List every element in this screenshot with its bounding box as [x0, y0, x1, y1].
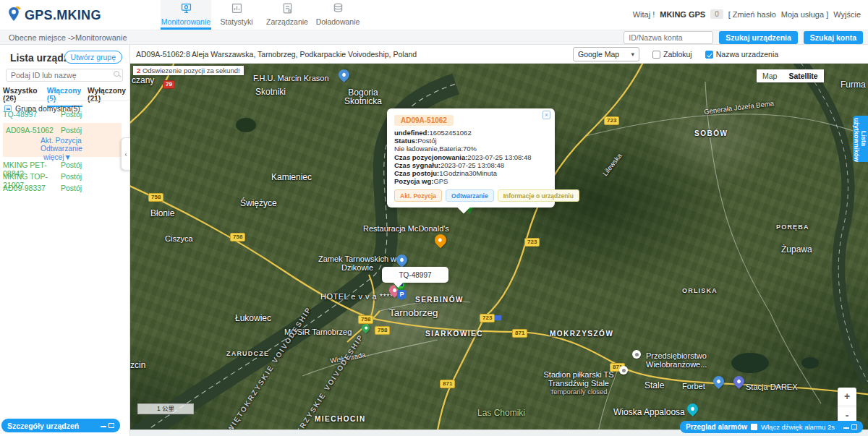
- device-row[interactable]: TQ-48997 Postój: [3, 110, 123, 119]
- map-label: Wioska Appaloosa: [613, 407, 685, 417]
- alarm-overview-bar[interactable]: Przeglad alarmów Włącz dźwięk alarmu 2s: [680, 421, 863, 433]
- road-badge: 871: [512, 329, 527, 338]
- welcome-text: Witaj !: [633, 10, 655, 19]
- logo[interactable]: GPS.MKING: [7, 5, 101, 25]
- account-search-input[interactable]: [624, 31, 713, 44]
- device-status: Postój: [61, 184, 82, 192]
- alarm-sound-checkbox[interactable]: [751, 424, 757, 430]
- tab-label: Doładowanie: [316, 17, 360, 26]
- device-info-popup: AD09A-51062 undefined:16052451062 Status…: [387, 108, 555, 208]
- device-details-bar[interactable]: Szczegóły urządzeń: [1, 419, 120, 432]
- restore-icon[interactable]: [851, 424, 857, 429]
- window-icons: [101, 423, 114, 428]
- device-name[interactable]: TQ-48997: [3, 110, 61, 119]
- map-label: Kamieniec: [271, 172, 312, 182]
- device-info-button[interactable]: Informacje o urządzeniu: [498, 189, 579, 202]
- map-label-company: Przedsiębiorstwo Wielobranżowe...: [646, 351, 707, 369]
- restore-icon[interactable]: [109, 423, 114, 428]
- change-password-link[interactable]: [ Zmień hasło: [728, 10, 776, 19]
- minimize-icon[interactable]: [101, 423, 106, 427]
- map-scale: 1 公里: [137, 403, 194, 414]
- device-sidebar: Lista urządzeń Utwórz grupę Wszystko (26…: [0, 45, 130, 436]
- map-label: zcin: [130, 360, 145, 370]
- road-badge: 871: [440, 380, 455, 388]
- device-name[interactable]: AD09-98337: [3, 184, 61, 192]
- map-mode-button[interactable]: Map: [757, 72, 783, 80]
- map-canvas[interactable]: czany F.H.U. Marcin Krason Skotniki Bogo…: [130, 64, 868, 429]
- company-poi-pin[interactable]: [632, 350, 641, 359]
- header: GPS.MKING Monitorowanie: [0, 0, 868, 30]
- account-area: Witaj ! MKING GPS 0 [ Zmień hasło Moja u…: [633, 9, 861, 19]
- road-badge: 758: [148, 193, 163, 202]
- create-group-button[interactable]: Utwórz grupę: [64, 51, 122, 64]
- device-row-selected[interactable]: AD09A-51062 Postój Akt. Pozycja Odtwarza…: [3, 123, 122, 157]
- satellite-mode-button[interactable]: Satellite: [783, 72, 823, 80]
- form-icon: [281, 2, 294, 16]
- device-name-checkbox[interactable]: [705, 51, 713, 59]
- message-count-badge[interactable]: 0: [710, 9, 723, 19]
- map-label: Żupawa: [781, 244, 812, 255]
- lock-checkbox[interactable]: [652, 51, 660, 59]
- tab-offline[interactable]: Wyłączony (21): [88, 87, 129, 107]
- map-label: SERBINÓW: [415, 296, 464, 304]
- divider: [0, 100, 129, 101]
- map-label: Tarnobrzeg: [389, 307, 438, 318]
- minimize-icon[interactable]: [843, 424, 849, 429]
- logo-pin-icon: [7, 5, 22, 25]
- map-label: Świężyce: [240, 198, 277, 208]
- map-type-select[interactable]: Google Map: [573, 47, 639, 61]
- account-name: MKING GPS: [660, 10, 705, 19]
- tab-label: Zarządzanie: [266, 17, 308, 26]
- coins-icon: [332, 2, 344, 16]
- bar-chart-icon: [231, 2, 243, 16]
- map-label: SIARKOWIEC: [425, 330, 483, 338]
- map-label: MIECHOCIN: [315, 415, 366, 423]
- monitor-icon: [180, 2, 192, 16]
- device-status: Postój: [61, 110, 82, 119]
- map-label: ORLISKA: [682, 287, 718, 294]
- playback-button[interactable]: Odtwarzanie: [446, 189, 494, 202]
- lock-label: Zablokuj: [663, 50, 692, 59]
- map-label: ZARUDCZE: [226, 350, 269, 357]
- map-label-stadium: Stadion piłkarski TS Transdźwig Stale Te…: [521, 370, 637, 396]
- zoom-in-button[interactable]: +: [838, 388, 856, 406]
- alarm-sound-label: Włącz dźwięk alarmu 2s: [761, 423, 835, 431]
- close-icon[interactable]: [542, 111, 550, 119]
- alarm-bar-title: Przeglad alarmów: [686, 423, 747, 431]
- map-label: MOKRZYSZÓW: [550, 330, 613, 338]
- device-address: AD09A-51062:8 Aleja Warszawska, Tarnobrz…: [136, 50, 417, 59]
- map-label: Łukowiec: [235, 313, 271, 323]
- map-type-value: Google Map: [578, 50, 619, 59]
- gps-tracking-app: GPS.MKING Monitorowanie: [0, 0, 868, 436]
- road-badge: 758: [230, 233, 245, 241]
- search-account-button[interactable]: Szukaj konta: [804, 31, 863, 44]
- map-label: Skotniki: [255, 87, 286, 97]
- road-badge: 723: [480, 314, 495, 322]
- device-row[interactable]: AD09-98337 Postój: [3, 184, 123, 192]
- map-label: czany: [132, 75, 154, 85]
- device-search-input[interactable]: [6, 69, 123, 82]
- tab-monitorowanie[interactable]: Monitorowanie: [161, 0, 211, 30]
- popup-device-title: AD09A-51062: [394, 115, 454, 126]
- tab-zarzadzanie[interactable]: Zarządzanie: [262, 0, 312, 30]
- device-name[interactable]: AD09A-51062: [6, 126, 61, 134]
- logo-text: GPS.MKING: [25, 8, 101, 23]
- tab-statystyki[interactable]: Statystyki: [211, 0, 262, 30]
- refresh-notice: 2 Odswiezenie pozycji za sekund!: [133, 66, 244, 75]
- map-label: Bogoria Skotnicka: [334, 88, 392, 106]
- device-name-label: Nazwa urzadzenia: [716, 50, 778, 59]
- device-action-links[interactable]: Akt. Pozycja Odtwarzanie: [41, 137, 119, 153]
- road-sign: [495, 315, 501, 320]
- users-list-tab[interactable]: Lista użytkowników: [853, 116, 868, 162]
- current-position-button[interactable]: Akt. Pozycja: [394, 189, 442, 202]
- parking-marker[interactable]: P: [397, 290, 407, 299]
- tab-doladowanie[interactable]: Doładowanie: [312, 0, 363, 30]
- map-type-control: Map Satellite: [757, 69, 824, 82]
- device-name-bubble[interactable]: TQ-48997: [382, 267, 448, 283]
- map-label: HOTEL e v v a ****: [320, 292, 393, 301]
- logout-link[interactable]: Wyjście: [833, 10, 861, 19]
- search-device-button[interactable]: Szukaj urządzenia: [719, 31, 797, 44]
- sidebar-collapse-handle[interactable]: [121, 137, 130, 171]
- stadium-poi-pin[interactable]: [619, 366, 628, 375]
- my-service-link[interactable]: Moja usługa ]: [781, 10, 828, 19]
